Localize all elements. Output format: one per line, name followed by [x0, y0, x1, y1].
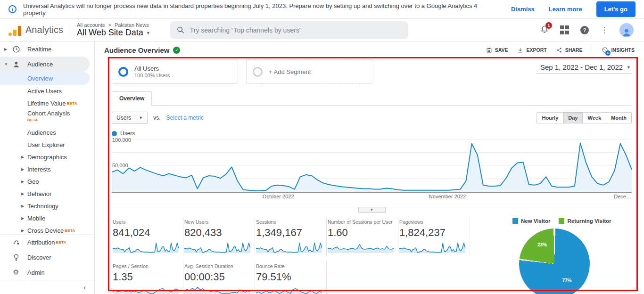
sidebar-item-lifetime-value[interactable]: Lifetime Value BETA [0, 97, 94, 109]
legend-new-visitor: New Visitor [512, 218, 550, 224]
sparkline [399, 241, 465, 253]
granularity-month[interactable]: Month [606, 112, 632, 123]
metric-cards: Users 841,024 New Users 820,433 Sessions… [112, 217, 476, 294]
legend-returning-visitor: Returning Visitor [559, 218, 611, 224]
sidebar-collapse-button[interactable]: ‹ [0, 280, 94, 294]
sidebar-item-mobile[interactable]: ▶ Mobile [0, 212, 94, 224]
expand-arrow-icon: ▶ [21, 229, 27, 233]
users-series-dot [112, 131, 117, 136]
property-selector[interactable]: All Web Site Data ▼ [77, 28, 150, 38]
metric-card-avg-session-duration[interactable]: Avg. Session Duration 00:00:35 [183, 261, 255, 294]
lightbulb-icon [11, 253, 21, 261]
toolbar-divider [592, 46, 592, 54]
vs-label: vs. [153, 114, 160, 121]
sidebar-item-audiences[interactable]: Audiences [0, 126, 94, 139]
search-bar[interactable] [170, 21, 408, 39]
apps-grid-icon[interactable] [560, 25, 569, 34]
metric-card-bounce-rate[interactable]: Bounce Rate 79.51% [255, 261, 327, 294]
notification-badge: 1 [545, 22, 552, 29]
metric-card-sessions-per-user[interactable]: Number of Sessions per User 1.60 [327, 217, 398, 256]
tab-overview[interactable]: Overview [112, 91, 152, 106]
granularity-week[interactable]: Week [583, 112, 606, 123]
insights-count-badge: 6 [605, 50, 611, 56]
header-actions: 1 ? ⋮ [540, 23, 644, 37]
chevron-down-icon: ▼ [627, 65, 631, 70]
sidebar-item-overview[interactable]: Overview [0, 72, 90, 85]
dismiss-button[interactable]: Dismiss [511, 6, 535, 13]
expand-arrow-icon: ▶ [21, 216, 27, 220]
export-button[interactable]: EXPORT [517, 47, 546, 53]
insights-button[interactable]: 6 INSIGHTS [602, 47, 635, 53]
sidebar-item-user-explorer[interactable]: User Explorer [0, 139, 94, 151]
segment-ring-icon [253, 67, 263, 77]
sidebar-item-technology[interactable]: ▶ Technology [0, 200, 94, 212]
sidebar-bottom: Attribution BETA Discover ⚙ Admin ‹ [0, 234, 94, 294]
visitor-pie-chart[interactable]: 77% 23% [519, 229, 590, 294]
beta-badge: BETA [56, 240, 66, 245]
report-toolbar: SAVE EXPORT SHARE 6 INSIGHTS [486, 46, 635, 54]
pie-value-label: 23% [537, 242, 547, 247]
visitor-pie-section: New Visitor Returning Visitor 77% 23% [476, 217, 632, 294]
x-axis-label: Dece… [614, 194, 631, 199]
save-icon [486, 47, 492, 53]
main-content: Audience Overview ✓ SAVE EXPORT SHARE [95, 41, 644, 294]
sidebar-item-demographics[interactable]: ▶ Demographics [0, 151, 94, 163]
info-icon: i [8, 5, 17, 13]
sidebar-item-interests[interactable]: ▶ Interests [0, 163, 94, 175]
sidebar-item-admin[interactable]: ⚙ Admin [0, 265, 94, 280]
metric-card-pageviews[interactable]: Pageviews 1,824,237 [398, 217, 470, 256]
sidebar-item-discover[interactable]: Discover [0, 250, 94, 265]
share-icon [556, 47, 562, 53]
gear-icon: ⚙ [11, 268, 21, 277]
x-axis-label: October 2022 [263, 194, 294, 199]
notifications-button[interactable]: 1 [540, 24, 549, 36]
learn-more-button[interactable]: Learn more [549, 6, 582, 13]
save-button[interactable]: SAVE [486, 47, 508, 53]
help-icon[interactable]: ? [580, 26, 589, 34]
expand-arrow-icon: ▶ [21, 180, 27, 184]
clock-icon [11, 45, 21, 53]
expand-arrow-icon: ▶ [21, 167, 27, 172]
x-axis: October 2022 November 2022 Dece… [112, 194, 632, 201]
metric-card-new-users[interactable]: New Users 820,433 [183, 217, 255, 256]
breadcrumb: All accounts > Pakistan News [77, 22, 150, 28]
sidebar-item-cohort-analysis[interactable]: Cohort Analysis BETA [0, 109, 94, 126]
users-timeseries-chart[interactable]: 100,000 50,000 [112, 138, 632, 193]
segment-ring-icon [118, 67, 128, 77]
collapse-arrow-icon[interactable]: ▼ [4, 62, 10, 66]
segment-subtitle: 100.00% Users [134, 73, 170, 78]
granularity-day[interactable]: Day [563, 112, 583, 123]
sidebar-item-geo[interactable]: ▶ Geo [0, 175, 94, 188]
sparkline [256, 285, 322, 294]
sidebar-item-attribution[interactable]: Attribution BETA [0, 235, 94, 250]
analytics-logo-icon[interactable] [8, 24, 21, 36]
share-button[interactable]: SHARE [556, 47, 583, 53]
y-axis-label: 100,000 [112, 137, 131, 143]
segment-all-users[interactable]: All Users 100.00% Users [112, 59, 238, 84]
collapse-chart-handle[interactable]: ▼ [358, 207, 386, 213]
metric-card-pages-per-session[interactable]: Pages / Session 1.35 [112, 261, 183, 294]
sidebar: ▶ Realtime ▼ Audience Overview Active Us… [0, 41, 95, 294]
granularity-hourly[interactable]: Hourly [537, 112, 563, 123]
avatar[interactable] [619, 23, 634, 37]
granularity-toggle: Hourly Day Week Month [537, 112, 632, 123]
metric-card-sessions[interactable]: Sessions 1,349,167 [255, 217, 327, 256]
chevron-down-icon: ▼ [139, 115, 143, 120]
account-selector[interactable]: All accounts > Pakistan News All Web Sit… [77, 22, 150, 38]
expand-arrow-icon[interactable]: ▶ [4, 47, 10, 51]
search-input[interactable] [190, 26, 402, 34]
kebab-menu-icon[interactable]: ⋮ [600, 26, 608, 34]
sidebar-item-realtime[interactable]: ▶ Realtime [0, 41, 94, 57]
metric-dropdown[interactable]: Users ▼ [112, 112, 148, 124]
metric-card-users[interactable]: Users 841,024 [112, 217, 183, 256]
sidebar-item-audience[interactable]: ▼ Audience [0, 57, 90, 72]
product-name: Analytics [25, 24, 63, 35]
select-metric-link[interactable]: Select a metric [166, 114, 204, 121]
sidebar-item-behavior[interactable]: ▶ Behavior [0, 188, 94, 200]
sidebar-item-active-users[interactable]: Active Users [0, 85, 94, 97]
chevron-left-icon: ‹ [83, 283, 86, 291]
date-range-picker[interactable]: Sep 1, 2022 - Dec 1, 2022 ▼ [537, 63, 632, 74]
expand-arrow-icon: ▶ [21, 155, 27, 159]
add-segment-button[interactable]: + Add Segment [246, 59, 373, 84]
lets-go-button[interactable]: Let's go [596, 1, 636, 17]
